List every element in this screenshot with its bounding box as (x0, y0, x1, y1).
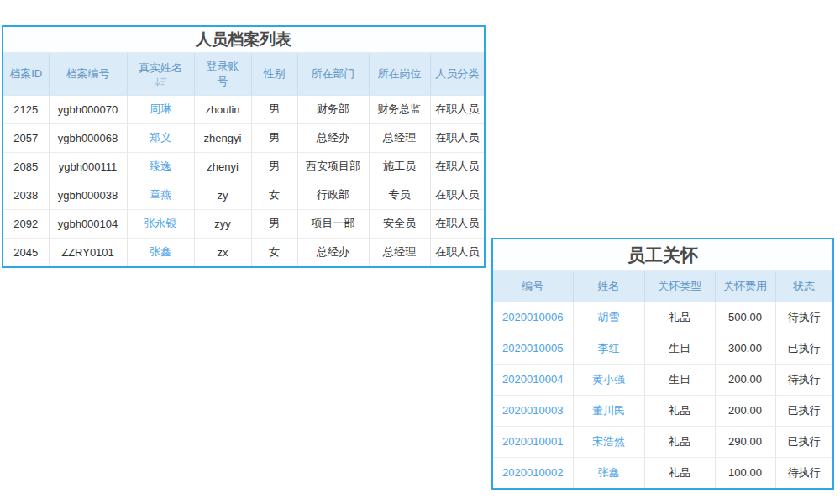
table-row: 2020010005 李红 生日 300.00 已执行 (493, 333, 832, 364)
cell-post: 专员 (369, 181, 430, 209)
col-header-login-account: 登录账号 (194, 53, 251, 95)
cell-care-status: 已执行 (775, 395, 832, 426)
personnel-archive-panel: 人员档案列表 档案ID 档案编号 真实姓名 (2, 25, 486, 268)
personnel-header-row: 档案ID 档案编号 真实姓名 (3, 53, 484, 95)
cell-gender: 男 (251, 123, 297, 152)
care-no-link[interactable]: 2020010004 (502, 373, 563, 386)
col-header-care-no: 编号 (493, 271, 573, 302)
cell-care-status: 待执行 (775, 364, 832, 395)
cell-real-name: 张永银 (127, 209, 194, 238)
care-no-link[interactable]: 2020010001 (502, 435, 563, 448)
cell-archive-id: 2085 (3, 152, 49, 181)
col-header-archive-code: 档案编号 (49, 53, 127, 95)
col-header-care-fee: 关怀费用 (715, 271, 775, 302)
real-name-link[interactable]: 周琳 (150, 102, 171, 115)
cell-archive-code: ygbh000104 (49, 209, 127, 238)
cell-care-no: 2020010002 (493, 457, 573, 488)
care-table-title: 员工关怀 (493, 239, 832, 271)
sort-amount-icon[interactable] (129, 77, 192, 87)
col-header-archive-id: 档案ID (3, 53, 49, 95)
cell-department: 总经办 (297, 123, 369, 152)
cell-department: 总经办 (297, 238, 369, 266)
cell-care-name: 宋浩然 (573, 426, 644, 457)
cell-care-type: 礼品 (644, 395, 715, 426)
cell-archive-code: ygbh000111 (49, 152, 127, 181)
personnel-archive-table: 档案ID 档案编号 真实姓名 (3, 53, 484, 266)
real-name-link[interactable]: 臻逸 (150, 160, 171, 172)
cell-real-name: 章燕 (127, 181, 194, 209)
table-row: 2057 ygbh000068 郑义 zhengyi 男 总经办 总经理 在职人… (3, 123, 484, 152)
table-row: 2020010003 董川民 礼品 200.00 已执行 (493, 395, 832, 426)
cell-category: 在职人员 (430, 209, 484, 238)
care-header-row: 编号 姓名 关怀类型 关怀费用 状态 (493, 271, 832, 302)
care-name-link[interactable]: 张鑫 (598, 466, 620, 479)
cell-category: 在职人员 (430, 152, 484, 181)
cell-post: 总经理 (369, 238, 430, 266)
table-row: 2020010002 张鑫 礼品 100.00 待执行 (493, 457, 832, 488)
cell-real-name: 臻逸 (127, 152, 194, 181)
cell-archive-code: ZZRY0101 (49, 238, 127, 266)
employee-care-panel: 员工关怀 编号 姓名 关怀类型 关怀费用 状态 2020010006 胡雪 礼品… (491, 238, 834, 490)
cell-care-status: 已执行 (775, 333, 832, 364)
care-no-link[interactable]: 2020010006 (502, 311, 563, 323)
table-row: 2125 ygbh000070 周琳 zhoulin 男 财务部 财务总监 在职… (3, 95, 484, 123)
cell-care-fee: 500.00 (715, 302, 775, 333)
care-no-link[interactable]: 2020010005 (502, 342, 563, 354)
cell-login-account: zhenyi (194, 152, 251, 181)
cell-real-name: 张鑫 (127, 238, 194, 266)
care-no-link[interactable]: 2020010002 (502, 466, 563, 479)
cell-care-name: 李红 (573, 333, 644, 364)
cell-archive-id: 2057 (3, 123, 49, 152)
table-row: 2020010004 黄小强 生日 200.00 待执行 (493, 364, 832, 395)
cell-login-account: zhoulin (194, 95, 251, 123)
cell-gender: 男 (251, 209, 297, 238)
cell-care-name: 胡雪 (573, 302, 644, 333)
col-header-gender: 性别 (251, 53, 297, 95)
care-name-link[interactable]: 董川民 (592, 404, 625, 417)
cell-category: 在职人员 (430, 181, 484, 209)
cell-archive-id: 2125 (3, 95, 49, 123)
cell-category: 在职人员 (430, 123, 484, 152)
real-name-link[interactable]: 张鑫 (150, 245, 171, 258)
col-header-real-name[interactable]: 真实姓名 (127, 53, 194, 95)
care-name-link[interactable]: 宋浩然 (592, 435, 625, 448)
cell-care-name: 董川民 (573, 395, 644, 426)
cell-department: 西安项目部 (297, 152, 369, 181)
real-name-link[interactable]: 郑义 (150, 131, 171, 144)
cell-care-type: 礼品 (644, 426, 715, 457)
cell-gender: 女 (251, 181, 297, 209)
real-name-link[interactable]: 章燕 (150, 188, 171, 201)
col-header-care-status: 状态 (775, 271, 832, 302)
col-header-care-name: 姓名 (573, 271, 644, 302)
cell-login-account: zyy (194, 209, 251, 238)
care-name-link[interactable]: 胡雪 (598, 311, 620, 323)
care-name-link[interactable]: 黄小强 (592, 373, 625, 386)
cell-archive-id: 2038 (3, 181, 49, 209)
col-header-post: 所在岗位 (369, 53, 430, 95)
cell-care-type: 礼品 (644, 302, 715, 333)
cell-care-fee: 200.00 (715, 364, 775, 395)
cell-care-no: 2020010003 (493, 395, 573, 426)
cell-care-no: 2020010005 (493, 333, 573, 364)
cell-login-account: zx (194, 238, 251, 266)
cell-login-account: zhengyi (194, 123, 251, 152)
cell-care-fee: 200.00 (715, 395, 775, 426)
cell-archive-code: ygbh000038 (49, 181, 127, 209)
col-header-care-type: 关怀类型 (644, 271, 715, 302)
cell-care-no: 2020010004 (493, 364, 573, 395)
col-header-department: 所在部门 (297, 53, 369, 95)
care-name-link[interactable]: 李红 (598, 342, 620, 354)
table-row: 2092 ygbh000104 张永银 zyy 男 项目一部 安全员 在职人员 (3, 209, 484, 238)
cell-care-no: 2020010006 (493, 302, 573, 333)
cell-archive-code: ygbh000068 (49, 123, 127, 152)
care-no-link[interactable]: 2020010003 (502, 404, 563, 417)
table-row: 2038 ygbh000038 章燕 zy 女 行政部 专员 在职人员 (3, 181, 484, 209)
cell-care-type: 生日 (644, 364, 715, 395)
cell-real-name: 周琳 (127, 95, 194, 123)
employee-care-table: 编号 姓名 关怀类型 关怀费用 状态 2020010006 胡雪 礼品 500.… (493, 271, 832, 488)
cell-archive-id: 2092 (3, 209, 49, 238)
real-name-link[interactable]: 张永银 (144, 217, 177, 229)
cell-post: 财务总监 (369, 95, 430, 123)
cell-care-fee: 300.00 (715, 333, 775, 364)
cell-gender: 男 (251, 95, 297, 123)
